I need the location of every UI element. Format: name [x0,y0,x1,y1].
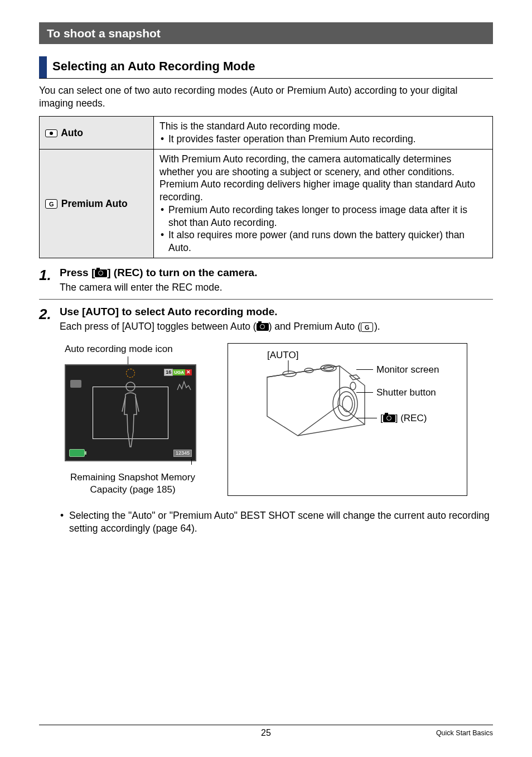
footer-rule [39,725,493,725]
section-title: To shoot a snapshot [39,22,493,44]
pointer-line-top [65,356,205,364]
pointer-line-bottom [65,461,205,467]
auto-mode-header: Auto [40,117,154,150]
camera-diagram: [AUTO] [228,343,467,496]
monitor-label: Monitor screen [356,364,439,376]
auto-mode-desc: This is the standard Auto recording mode… [159,120,487,133]
step-2-desc-post: ). [374,321,380,332]
top-right-badges: 16UGA✕ [164,369,192,376]
iso-icon [70,380,81,388]
subsection-bar [39,56,47,78]
subject-figure [120,381,141,448]
shots-remaining: 12345 [173,450,192,457]
rec-camera-icon [383,414,395,422]
step-divider [39,299,493,300]
premium-auto-desc: With Premium Auto recording, the camera … [159,153,487,204]
battery-icon [69,449,85,457]
auto-mode-cell: This is the standard Auto recording mode… [154,117,493,150]
premium-auto-bullet-1: Premium Auto recording takes longer to p… [159,204,487,229]
step-2-desc: Each press of [AUTO] toggles between Aut… [60,320,492,333]
mode-indicator [126,369,135,378]
lcd-screen: 16UGA✕ 12345 [65,364,196,461]
svg-point-0 [126,382,135,391]
shutter-label: Shutter button [356,387,436,399]
step-2-title: Use [AUTO] to select Auto recording mode… [60,305,492,319]
step-1: 1. Press [] (REC) to turn on the camera.… [39,266,493,293]
chapter-name: Quick Start Basics [436,729,493,737]
svg-point-9 [342,396,352,412]
rec-post: ] (REC) [395,413,427,423]
auto-mode-label: Auto [59,127,83,138]
step-1-title-post: ] (REC) to turn on the camera. [107,267,257,278]
leader-line [356,392,373,393]
premium-auto-bullet-2: It also requires more power (and runs do… [159,229,487,254]
svg-line-2 [136,397,139,412]
premium-inline-icon [361,322,373,332]
auto-callout: [AUTO] [267,349,298,361]
caption-line-2: Capacity (page 185) [60,484,205,496]
rec-camera-icon [95,269,107,277]
rec-label: [] (REC) [356,412,427,425]
step-2-desc-mid: ) and Premium Auto ( [269,321,361,332]
focus-frame [93,387,168,439]
auto-modes-table: Auto This is the standard Auto recording… [39,116,493,258]
leader-line [356,369,373,370]
step-1-title: Press [] (REC) to turn on the camera. [60,267,258,278]
monitor-text: Monitor screen [376,364,439,376]
step-2-desc-pre: Each press of [AUTO] toggles between Aut… [60,321,257,332]
premium-auto-cell: With Premium Auto recording, the camera … [154,149,493,258]
diagrams: Auto recording mode icon 16UGA✕ 123 [60,343,493,496]
badge-size: 16 [164,369,173,376]
step-1-desc: The camera will enter the REC mode. [60,281,492,294]
page-footer: 25 Quick Start Basics [39,725,493,739]
caption-line-1: Remaining Snapshot Memory [60,471,205,484]
auto-mode-bullet: It provides faster operation than Premiu… [159,133,487,146]
subsection-heading: Selecting an Auto Recording Mode [39,56,493,79]
premium-auto-label: Premium Auto [59,198,128,209]
shutter-text: Shutter button [376,387,436,399]
page-number: 25 [261,727,271,739]
lcd-diagram: Auto recording mode icon 16UGA✕ 123 [60,343,205,496]
histogram-icon [176,380,192,391]
premium-auto-header: Premium Auto [40,149,154,258]
steps: 1. Press [] (REC) to turn on the camera.… [39,266,493,333]
rec-text: [] (REC) [380,412,427,425]
camera-illustration [256,360,373,438]
badge-close: ✕ [185,369,192,375]
step-1-title-pre: Press [ [60,267,95,278]
leader-line [356,418,377,418]
svg-line-1 [122,397,125,412]
premium-auto-icon [45,199,57,209]
intro-text: You can select one of two auto recording… [39,84,493,110]
lcd-caption-bottom: Remaining Snapshot Memory Capacity (page… [60,471,205,496]
auto-inline-icon [257,323,269,331]
svg-point-10 [350,382,356,390]
step-1-number: 1. [39,266,57,285]
svg-point-7 [333,387,357,421]
subsection-label: Selecting an Auto Recording Mode [47,56,255,78]
badge-uga: UGA [173,369,185,375]
auto-mode-icon [45,129,57,137]
step-2-number: 2. [39,305,57,324]
note-text: Selecting the "Auto" or "Premium Auto" B… [60,509,493,535]
step-2: 2. Use [AUTO] to select Auto recording m… [39,305,493,332]
lcd-caption-top: Auto recording mode icon [65,343,205,355]
